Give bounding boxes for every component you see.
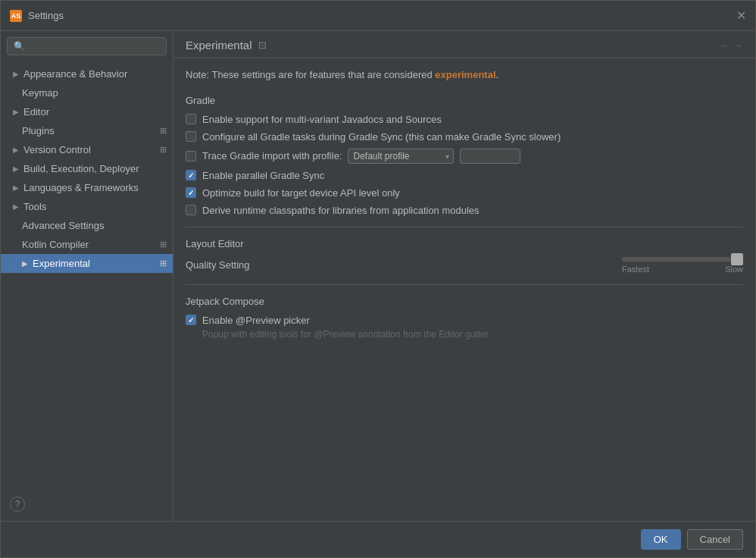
checkbox-configure-gradle[interactable] [186, 131, 196, 142]
forward-button[interactable]: → [733, 39, 743, 52]
sidebar-item-appearance[interactable]: ▶ Appearance & Behavior [1, 64, 173, 83]
profile-select[interactable]: Default profile [348, 149, 454, 164]
search-input[interactable] [30, 41, 160, 52]
sidebar: 🔍 ▶ Appearance & Behavior Keymap ▶ Edito… [1, 31, 173, 521]
cancel-button[interactable]: Cancel [687, 529, 743, 550]
checkbox-label-derive-runtime[interactable]: Derive runtime classpaths for libraries … [202, 205, 743, 216]
dialog-body: 🔍 ▶ Appearance & Behavior Keymap ▶ Edito… [1, 31, 755, 521]
sidebar-item-editor[interactable]: ▶ Editor [1, 102, 173, 121]
sidebar-item-label: Experimental [33, 258, 90, 269]
checkbox-multi-variant[interactable] [186, 114, 196, 124]
checkbox-optimize-build[interactable] [186, 187, 196, 198]
checkbox-label-configure-gradle[interactable]: Configure all Gradle tasks during Gradle… [202, 131, 743, 143]
checkbox-row-preview-picker: Enable @Preview picker [186, 315, 743, 326]
sidebar-item-label: Advanced Settings [22, 220, 104, 231]
sidebar-item-languages[interactable]: ▶ Languages & Frameworks [1, 178, 173, 197]
sidebar-item-keymap[interactable]: Keymap [1, 83, 173, 102]
sidebar-item-label: Keymap [22, 87, 58, 99]
sidebar-item-label: Version Control [23, 144, 91, 155]
checkbox-parallel-sync[interactable] [186, 170, 196, 180]
page-title: Experimental [186, 39, 252, 52]
checkbox-row-derive-runtime: Derive runtime classpaths for libraries … [186, 205, 743, 216]
quality-setting-row: Quality Setting Fastest Slow [186, 257, 743, 274]
expand-arrow-icon: ▶ [13, 108, 19, 116]
settings-icon: ⊞ [160, 240, 167, 249]
sidebar-item-label: Editor [23, 106, 49, 118]
sidebar-item-label: Build, Execution, Deployer [23, 163, 139, 174]
expand-arrow-icon: ▶ [13, 146, 19, 154]
app-icon: AS [10, 10, 22, 22]
sidebar-item-version-control[interactable]: ▶ Version Control ⊞ [1, 140, 173, 159]
select-wrapper: Default profile [348, 149, 454, 164]
settings-icon: ⊞ [160, 145, 167, 155]
ok-button[interactable]: OK [641, 529, 681, 550]
close-button[interactable]: ✕ [736, 10, 746, 22]
section-layout-editor-header: Layout Editor [186, 238, 743, 249]
back-button[interactable]: ← [719, 39, 729, 52]
profile-text-input[interactable] [460, 149, 520, 164]
bookmark-icon: ⊡ [258, 39, 267, 51]
checkbox-label-preview-picker[interactable]: Enable @Preview picker [202, 315, 743, 326]
sidebar-footer: ? [1, 487, 173, 521]
checkbox-row-multi-variant: Enable support for multi-variant Javadoc… [186, 114, 743, 125]
checkbox-row-configure-gradle: Configure all Gradle tasks during Gradle… [186, 131, 743, 143]
settings-icon: ⊞ [160, 126, 167, 136]
content-header: Experimental ⊡ ← → [173, 31, 755, 58]
checkbox-label-optimize-build[interactable]: Optimize build for target device API lev… [202, 187, 743, 199]
sidebar-item-build[interactable]: ▶ Build, Execution, Deployer [1, 159, 173, 178]
sidebar-item-experimental[interactable]: ▶ Experimental ⊞ [1, 254, 173, 273]
content-area: Note: These settings are for features th… [173, 58, 755, 521]
help-button[interactable]: ? [10, 497, 25, 512]
sidebar-item-tools[interactable]: ▶ Tools [1, 197, 173, 216]
sidebar-item-kotlin-compiler[interactable]: Kotlin Compiler ⊞ [1, 235, 173, 254]
expand-arrow-icon: ▶ [22, 259, 28, 268]
search-icon: 🔍 [14, 41, 25, 52]
bottom-bar: OK Cancel [1, 521, 755, 557]
slider-label-slow: Slow [725, 265, 743, 274]
search-box[interactable]: 🔍 [7, 37, 167, 55]
sidebar-item-plugins[interactable]: Plugins ⊞ [1, 121, 173, 140]
checkbox-row-parallel-sync: Enable parallel Gradle Sync [186, 170, 743, 181]
checkbox-label-parallel-sync[interactable]: Enable parallel Gradle Sync [202, 170, 743, 181]
sidebar-item-label: Kotlin Compiler [22, 239, 89, 250]
checkbox-derive-runtime[interactable] [186, 205, 196, 215]
expand-arrow-icon: ▶ [13, 165, 19, 173]
settings-icon: ⊞ [160, 259, 167, 268]
nav-list: ▶ Appearance & Behavior Keymap ▶ Editor … [1, 61, 173, 487]
expand-arrow-icon: ▶ [13, 183, 19, 192]
trace-label[interactable]: Trace Gradle import with profile: [202, 150, 342, 161]
sidebar-item-label: Languages & Frameworks [23, 182, 139, 193]
checkbox-trace-gradle[interactable] [186, 151, 196, 161]
checkbox-row-optimize-build: Optimize build for target device API lev… [186, 187, 743, 199]
sidebar-item-advanced-settings[interactable]: Advanced Settings [1, 216, 173, 235]
note-highlight: experimental. [435, 69, 498, 80]
trace-row: Trace Gradle import with profile: Defaul… [186, 149, 743, 164]
note-label: Note: [186, 69, 211, 80]
quality-setting-label: Quality Setting [186, 259, 250, 271]
preview-picker-subtext: Popup with editing tools for @Preview an… [202, 329, 743, 340]
slider-labels: Fastest Slow [622, 265, 743, 274]
note-body: These settings are for features that are… [211, 69, 435, 80]
section-jetpack-compose-header: Jetpack Compose [186, 296, 743, 307]
dialog-title: Settings [28, 10, 64, 21]
expand-arrow-icon: ▶ [13, 202, 19, 211]
slider-label-fastest: Fastest [622, 265, 649, 274]
expand-arrow-icon: ▶ [13, 70, 19, 78]
nav-arrows: ← → [719, 39, 743, 52]
section-divider-2 [186, 284, 743, 285]
slider-track [622, 257, 743, 262]
slider-container: Fastest Slow [607, 257, 743, 274]
section-divider-1 [186, 227, 743, 227]
sidebar-item-label: Appearance & Behavior [23, 68, 127, 80]
settings-dialog: AS Settings ✕ 🔍 ▶ Appearance & Behavior … [0, 0, 756, 558]
title-bar: AS Settings ✕ [1, 1, 755, 31]
sidebar-item-label: Tools [23, 201, 46, 212]
note-paragraph: Note: These settings are for features th… [186, 67, 743, 83]
checkbox-preview-picker[interactable] [186, 315, 196, 325]
slider-thumb[interactable] [731, 253, 743, 265]
checkbox-label-multi-variant[interactable]: Enable support for multi-variant Javadoc… [202, 114, 743, 125]
sidebar-item-label: Plugins [22, 125, 55, 136]
section-gradle-header: Gradle [186, 95, 743, 106]
main-content: Experimental ⊡ ← → Note: These settings … [173, 31, 755, 521]
